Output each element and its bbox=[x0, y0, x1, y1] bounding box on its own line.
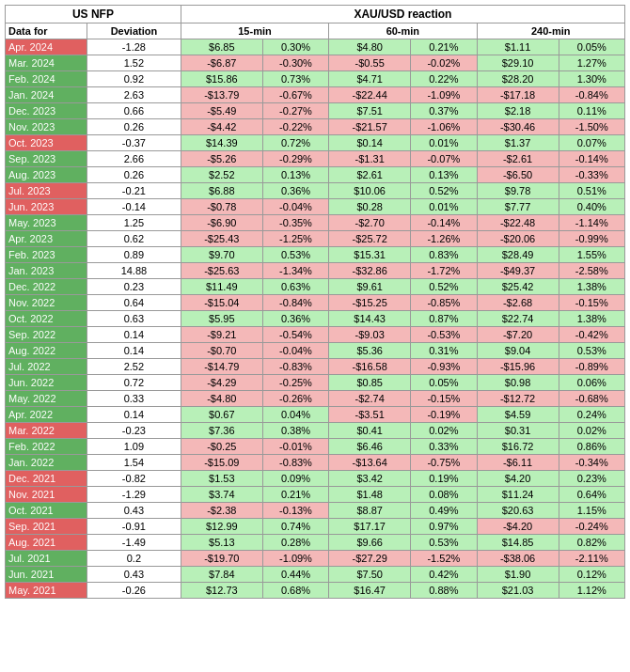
price-cell: $5.13 bbox=[181, 535, 262, 551]
pct-cell: 0.01% bbox=[411, 199, 477, 215]
pct-cell: -0.84% bbox=[559, 87, 624, 103]
table-row: Aug. 2021-1.49$5.130.28%$9.660.53%$14.85… bbox=[6, 535, 625, 551]
price-cell: -$13.79 bbox=[181, 87, 262, 103]
price-cell: $16.72 bbox=[477, 439, 559, 455]
deviation-cell: 0.33 bbox=[87, 391, 181, 407]
pct-cell: -0.99% bbox=[559, 231, 624, 247]
price-cell: $25.42 bbox=[477, 279, 559, 295]
pct-cell: -0.01% bbox=[262, 439, 328, 455]
deviation-cell: 0.26 bbox=[87, 119, 181, 135]
price-cell: $3.74 bbox=[181, 487, 262, 503]
price-cell: $3.42 bbox=[329, 471, 411, 487]
deviation-cell: -1.28 bbox=[87, 39, 181, 55]
pct-cell: 0.22% bbox=[411, 71, 477, 87]
table-row: Dec. 2021-0.82$1.530.09%$3.420.19%$4.200… bbox=[6, 471, 625, 487]
pct-cell: 0.51% bbox=[559, 183, 624, 199]
price-cell: $9.78 bbox=[477, 183, 559, 199]
deviation-cell: 0.2 bbox=[87, 551, 181, 567]
table-row: May. 20220.33-$4.80-0.26%-$2.74-0.15%-$1… bbox=[6, 391, 625, 407]
pct-cell: -0.02% bbox=[411, 55, 477, 71]
pct-cell: 0.53% bbox=[411, 535, 477, 551]
price-cell: $0.41 bbox=[329, 423, 411, 439]
price-cell: -$4.42 bbox=[181, 119, 262, 135]
price-cell: $7.84 bbox=[181, 567, 262, 583]
pct-cell: -1.09% bbox=[411, 87, 477, 103]
price-cell: -$22.44 bbox=[329, 87, 411, 103]
price-cell: $1.11 bbox=[477, 39, 559, 55]
price-cell: $14.85 bbox=[477, 535, 559, 551]
price-cell: -$3.51 bbox=[329, 407, 411, 423]
pct-cell: 0.42% bbox=[411, 567, 477, 583]
pct-cell: -0.42% bbox=[559, 327, 624, 343]
table-row: Sep. 20220.14-$9.21-0.54%-$9.03-0.53%-$7… bbox=[6, 327, 625, 343]
pct-cell: -1.34% bbox=[262, 263, 328, 279]
deviation-cell: 0.14 bbox=[87, 327, 181, 343]
price-cell: -$0.25 bbox=[181, 439, 262, 455]
pct-cell: 0.07% bbox=[559, 135, 624, 151]
price-cell: -$25.43 bbox=[181, 231, 262, 247]
deviation-cell: 2.52 bbox=[87, 359, 181, 375]
price-cell: $0.98 bbox=[477, 375, 559, 391]
date-cell: Aug. 2022 bbox=[6, 343, 87, 359]
pct-cell: -2.58% bbox=[559, 263, 624, 279]
price-cell: $15.31 bbox=[329, 247, 411, 263]
price-cell: $21.03 bbox=[477, 583, 559, 599]
price-cell: -$5.49 bbox=[181, 103, 262, 119]
table-row: Nov. 20230.26-$4.42-0.22%-$21.57-1.06%-$… bbox=[6, 119, 625, 135]
price-cell: $10.06 bbox=[329, 183, 411, 199]
price-cell: $16.47 bbox=[329, 583, 411, 599]
table-row: Nov. 2021-1.29$3.740.21%$1.480.08%$11.24… bbox=[6, 487, 625, 503]
pct-cell: 0.88% bbox=[411, 583, 477, 599]
deviation-cell: 0.64 bbox=[87, 295, 181, 311]
pct-cell: 0.05% bbox=[559, 39, 624, 55]
pct-cell: 0.53% bbox=[262, 247, 328, 263]
pct-cell: 0.13% bbox=[411, 167, 477, 183]
price-cell: $7.77 bbox=[477, 199, 559, 215]
price-cell: $9.66 bbox=[329, 535, 411, 551]
pct-cell: 0.02% bbox=[411, 423, 477, 439]
pct-cell: -0.22% bbox=[262, 119, 328, 135]
price-cell: -$25.63 bbox=[181, 263, 262, 279]
deviation-cell: 0.92 bbox=[87, 71, 181, 87]
table-row: Jun. 20220.72-$4.29-0.25%$0.850.05%$0.98… bbox=[6, 375, 625, 391]
price-cell: -$27.29 bbox=[329, 551, 411, 567]
xau-usd-header: XAU/USD reaction bbox=[181, 6, 624, 23]
deviation-cell: -0.14 bbox=[87, 199, 181, 215]
table-row: Jun. 2023-0.14-$0.78-0.04%$0.280.01%$7.7… bbox=[6, 199, 625, 215]
price-cell: $0.14 bbox=[329, 135, 411, 151]
pct-cell: 0.44% bbox=[262, 567, 328, 583]
pct-cell: 0.63% bbox=[262, 279, 328, 295]
pct-cell: -0.14% bbox=[411, 215, 477, 231]
table-row: Nov. 20220.64-$15.04-0.84%-$15.25-0.85%-… bbox=[6, 295, 625, 311]
price-cell: -$25.72 bbox=[329, 231, 411, 247]
price-cell: -$17.18 bbox=[477, 87, 559, 103]
price-cell: $2.52 bbox=[181, 167, 262, 183]
table-row: Mar. 2022-0.23$7.360.38%$0.410.02%$0.310… bbox=[6, 423, 625, 439]
price-cell: -$1.31 bbox=[329, 151, 411, 167]
date-cell: Aug. 2023 bbox=[6, 167, 87, 183]
price-cell: -$5.26 bbox=[181, 151, 262, 167]
pct-cell: -1.72% bbox=[411, 263, 477, 279]
price-cell: $4.71 bbox=[329, 71, 411, 87]
price-cell: -$0.78 bbox=[181, 199, 262, 215]
date-cell: Mar. 2022 bbox=[6, 423, 87, 439]
table-row: Jan. 20242.63-$13.79-0.67%-$22.44-1.09%-… bbox=[6, 87, 625, 103]
pct-cell: 0.74% bbox=[262, 519, 328, 535]
date-cell: Dec. 2023 bbox=[6, 103, 87, 119]
price-cell: -$15.04 bbox=[181, 295, 262, 311]
deviation-cell: 14.88 bbox=[87, 263, 181, 279]
date-cell: Oct. 2022 bbox=[6, 311, 87, 327]
price-cell: -$6.87 bbox=[181, 55, 262, 71]
table-row: Jul. 2023-0.21$6.880.36%$10.060.52%$9.78… bbox=[6, 183, 625, 199]
pct-cell: -0.54% bbox=[262, 327, 328, 343]
deviation-cell: 0.72 bbox=[87, 375, 181, 391]
pct-cell: -0.19% bbox=[411, 407, 477, 423]
price-cell: -$30.46 bbox=[477, 119, 559, 135]
pct-cell: -0.83% bbox=[262, 455, 328, 471]
deviation-cell: -1.49 bbox=[87, 535, 181, 551]
price-cell: -$20.06 bbox=[477, 231, 559, 247]
pct-cell: -0.53% bbox=[411, 327, 477, 343]
date-cell: Feb. 2022 bbox=[6, 439, 87, 455]
price-cell: $29.10 bbox=[477, 55, 559, 71]
pct-cell: 1.12% bbox=[559, 583, 624, 599]
